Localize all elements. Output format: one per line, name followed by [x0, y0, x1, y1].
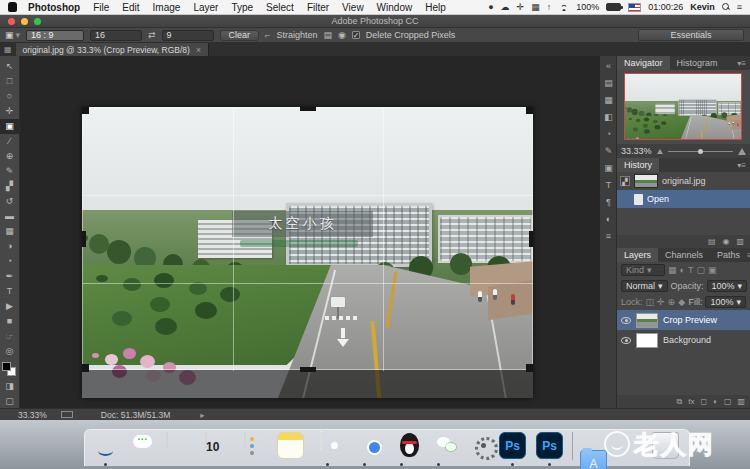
delete-state-trash-icon[interactable]: ▥ [736, 237, 744, 246]
crop-width-field[interactable]: 16 [90, 30, 142, 41]
panel-menu-icon[interactable]: ▾≡ [737, 59, 746, 68]
spotlight-search-icon[interactable] [722, 3, 730, 11]
character-panel-icon[interactable]: T [600, 177, 617, 194]
tool-quick-selection[interactable]: ✛ [0, 104, 19, 119]
layer-style-fx-icon[interactable]: fx [688, 397, 694, 406]
tab-navigator[interactable]: Navigator [617, 56, 670, 70]
tool-eyedropper[interactable]: ∕ [0, 134, 19, 149]
new-adjustment-layer-icon[interactable]: ◐ [713, 397, 718, 406]
crop-settings-gear-icon[interactable]: ◉ [338, 30, 346, 40]
timeline-panel-icon[interactable]: ≡ [600, 228, 617, 245]
dock-preview-icon[interactable] [166, 431, 168, 450]
crop-handle-bottom-right[interactable] [526, 364, 533, 372]
status-options-arrow-icon[interactable]: ▸ [200, 410, 204, 420]
swatches-panel-icon[interactable]: ▦ [600, 92, 617, 109]
tab-channels[interactable]: Channels [658, 248, 710, 262]
blend-mode-dropdown[interactable]: Normal▾ [621, 280, 668, 292]
tool-hand[interactable]: ☞ [0, 329, 19, 344]
filter-type-layers-icon[interactable]: T [688, 265, 694, 275]
tool-history-brush[interactable]: ↺ [0, 194, 19, 209]
battery-icon[interactable] [606, 3, 621, 11]
delete-cropped-pixels-label[interactable]: Delete Cropped Pixels [366, 30, 456, 40]
menu-extra-app-icon[interactable]: ● [488, 2, 493, 12]
crop-handle-top-left[interactable] [82, 107, 89, 114]
tab-histogram[interactable]: Histogram [670, 56, 725, 70]
tool-gradient[interactable]: ▦ [0, 224, 19, 239]
tab-paths[interactable]: Paths [710, 248, 747, 262]
new-document-from-state-icon[interactable]: ▤ [708, 237, 716, 246]
crop-overlay-options-icon[interactable]: ▤ [323, 30, 332, 40]
tool-rectangle[interactable]: ■ [0, 314, 19, 329]
tool-clone-stamp[interactable]: ▞ [0, 179, 19, 194]
straighten-icon[interactable]: ⌐ [265, 30, 270, 40]
history-brush-source-icon[interactable]: ▞ [620, 176, 630, 186]
filter-adjustment-layers-icon[interactable]: ◐ [680, 265, 685, 275]
opacity-field[interactable]: 100%▾ [707, 280, 748, 292]
lock-transparent-icon[interactable]: ◫ [646, 297, 655, 307]
layer-visibility-eye-icon[interactable] [621, 337, 631, 344]
apple-menu-icon[interactable] [8, 2, 17, 12]
dock-photos-icon[interactable] [320, 431, 322, 450]
delete-cropped-pixels-checkbox[interactable]: ✓ [352, 31, 360, 39]
lock-pixels-icon[interactable]: ✛ [657, 297, 665, 307]
navigator-zoom-slider[interactable] [668, 151, 733, 152]
collapse-panels-icon[interactable]: « [600, 58, 617, 75]
menu-item-photoshop[interactable]: Photoshop [28, 2, 80, 13]
history-step-open[interactable]: Open [617, 190, 750, 208]
crop-height-field[interactable]: 9 [162, 30, 214, 41]
new-snapshot-icon[interactable]: ◉ [722, 237, 729, 246]
history-source-row[interactable]: ▞ original.jpg [617, 172, 750, 190]
crop-handle-top[interactable] [300, 107, 316, 111]
layer-row-background[interactable]: Background [617, 330, 750, 350]
tab-layers[interactable]: Layers [617, 248, 658, 262]
crop-handle-right[interactable] [529, 231, 533, 247]
notification-center-icon[interactable]: ≡ [737, 2, 742, 12]
menu-item-file[interactable]: File [93, 2, 109, 13]
menu-item-image[interactable]: Image [153, 2, 181, 13]
adjustments-panel-icon[interactable]: ◧ [600, 109, 617, 126]
dock-photoshop-icon-2[interactable]: Ps [536, 432, 563, 459]
tool-type[interactable]: T [0, 284, 19, 299]
layer-thumbnail[interactable] [636, 333, 658, 348]
menu-item-view[interactable]: View [342, 2, 364, 13]
lock-all-icon[interactable]: ◆ [678, 297, 685, 307]
status-zoom-field[interactable]: 33.33% [18, 410, 47, 420]
dock-photoshop-icon[interactable]: Ps [499, 432, 526, 459]
layer-thumbnail[interactable] [636, 313, 658, 328]
tool-pen[interactable]: ✒ [0, 269, 19, 284]
tool-crop[interactable]: ▣ [0, 119, 19, 134]
layer-filter-kind-dropdown[interactable]: Kind▾ [621, 264, 665, 276]
new-layer-icon[interactable]: ▢ [724, 397, 732, 406]
tab-history[interactable]: History [617, 158, 659, 172]
dock-reminders-icon[interactable] [244, 431, 246, 450]
crop-handle-left[interactable] [82, 231, 86, 247]
swap-width-height-icon[interactable]: ⇄ [148, 30, 156, 40]
close-tab-icon[interactable]: × [196, 45, 201, 55]
layer-visibility-eye-icon[interactable] [621, 317, 631, 324]
lock-position-icon[interactable]: ⊕ [668, 297, 676, 307]
navigator-thumbnail[interactable] [624, 73, 742, 140]
menu-item-filter[interactable]: Filter [307, 2, 329, 13]
layer-row-crop-preview[interactable]: Crop Preview [617, 310, 750, 330]
crop-region[interactable] [82, 107, 533, 370]
paragraph-panel-icon[interactable]: ¶ [600, 194, 617, 211]
fill-field[interactable]: 100%▾ [705, 296, 746, 308]
add-layer-mask-icon[interactable]: ◻ [700, 397, 707, 406]
tool-dodge[interactable]: ◔ [0, 254, 19, 269]
wifi-icon[interactable] [558, 3, 569, 11]
document-tab[interactable]: original.jpg @ 33.3% (Crop Preview, RGB/… [16, 43, 209, 56]
cloud-icon[interactable]: ☁ [501, 2, 510, 12]
user-name[interactable]: Kevin [690, 2, 715, 12]
layer-name[interactable]: Crop Preview [663, 315, 717, 325]
color-panel-icon[interactable]: ▤ [600, 75, 617, 92]
tool-path-selection[interactable]: ▶ [0, 299, 19, 314]
clear-button[interactable]: Clear [220, 30, 260, 41]
dock-calendar-icon[interactable]: 10 [205, 431, 207, 450]
input-language-flag-icon[interactable] [628, 3, 641, 12]
menu-item-select[interactable]: Select [266, 2, 294, 13]
link-layers-icon[interactable]: ⧉ [676, 397, 682, 407]
crop-ratio-preset-dropdown[interactable]: 16 : 9 [26, 30, 84, 41]
tool-rect-marquee[interactable]: □ [0, 74, 19, 89]
menu-extra-tool-icon[interactable]: ✛ [517, 2, 525, 12]
color-swatches[interactable] [0, 361, 19, 379]
